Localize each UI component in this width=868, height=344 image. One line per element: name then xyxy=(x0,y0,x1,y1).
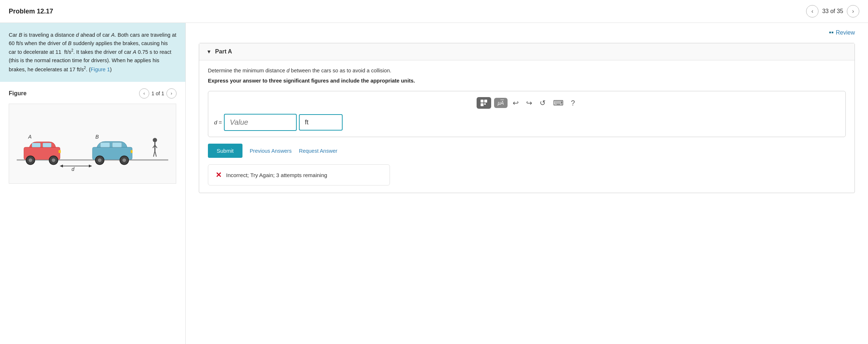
layout-button[interactable] xyxy=(477,97,491,109)
part-body: Determine the minimum distance d between… xyxy=(199,60,855,193)
svg-text:A: A xyxy=(28,134,32,140)
svg-rect-30 xyxy=(481,100,484,103)
svg-point-15 xyxy=(98,158,102,162)
error-text: Incorrect; Try Again; 3 attempts remaini… xyxy=(226,172,327,178)
svg-rect-4 xyxy=(43,143,51,147)
answer-box: μA ↩ ↪ ↺ ⌨ ? d = xyxy=(208,91,846,137)
svg-point-8 xyxy=(52,158,55,162)
svg-point-20 xyxy=(153,138,157,142)
figure-next-button[interactable]: › xyxy=(166,88,177,99)
svg-marker-27 xyxy=(60,164,63,167)
symbol-button[interactable]: μA xyxy=(494,98,508,108)
car-diagram-svg: A xyxy=(9,104,176,183)
svg-point-6 xyxy=(29,158,32,162)
problem-text: Car B is traveling a distance d ahead of… xyxy=(0,23,185,82)
part-description: Determine the minimum distance d between… xyxy=(208,68,846,73)
figure-link[interactable]: Figure 1 xyxy=(91,66,110,72)
svg-text:d: d xyxy=(72,166,75,172)
svg-rect-3 xyxy=(32,143,41,147)
part-instruction: Express your answer to three significant… xyxy=(208,78,846,84)
figure-title: Figure xyxy=(9,90,27,97)
help-button[interactable]: ? xyxy=(569,97,577,109)
navigation: ‹ 33 of 35 › xyxy=(806,5,859,17)
action-row: Submit Previous Answers Request Answer xyxy=(208,144,846,158)
previous-answers-link[interactable]: Previous Answers xyxy=(250,148,292,154)
review-area: ▪▪ Review xyxy=(186,23,868,39)
error-icon: ✕ xyxy=(216,171,222,179)
part-header: ▼ Part A xyxy=(199,43,855,60)
svg-marker-28 xyxy=(89,164,92,167)
next-problem-button[interactable]: › xyxy=(847,5,859,17)
svg-rect-18 xyxy=(131,150,133,153)
figure-count: 1 of 1 xyxy=(151,91,164,96)
figure-prev-button[interactable]: ‹ xyxy=(139,88,149,99)
main-layout: Car B is traveling a distance d ahead of… xyxy=(0,23,868,344)
figure-header: Figure ‹ 1 of 1 › xyxy=(9,88,177,99)
figure-image: A xyxy=(9,104,176,184)
page-header: Problem 12.17 ‹ 33 of 35 › xyxy=(0,0,868,23)
svg-rect-31 xyxy=(484,100,487,103)
left-panel: Car B is traveling a distance d ahead of… xyxy=(0,23,186,344)
submit-button[interactable]: Submit xyxy=(208,144,242,158)
answer-toolbar: μA ↩ ↪ ↺ ⌨ ? xyxy=(214,97,840,109)
answer-label: d = xyxy=(214,119,222,125)
unit-input[interactable] xyxy=(299,114,343,131)
svg-rect-13 xyxy=(113,143,122,147)
svg-text:B: B xyxy=(95,134,99,140)
undo-button[interactable]: ↩ xyxy=(510,97,521,109)
review-button[interactable]: ▪▪ Review xyxy=(829,29,855,36)
part-a-section: ▼ Part A Determine the minimum distance … xyxy=(199,43,855,193)
keyboard-button[interactable]: ⌨ xyxy=(551,97,566,109)
redo-button[interactable]: ↪ xyxy=(524,97,534,109)
request-answer-link[interactable]: Request Answer xyxy=(299,148,338,154)
problem-count: 33 of 35 xyxy=(822,8,843,15)
reset-button[interactable]: ↺ xyxy=(537,97,548,109)
svg-point-17 xyxy=(122,158,126,162)
error-message: ✕ Incorrect; Try Again; 3 attempts remai… xyxy=(208,164,390,185)
svg-rect-9 xyxy=(59,150,61,153)
answer-input-row: d = xyxy=(214,114,840,131)
svg-rect-33 xyxy=(484,103,486,105)
problem-title: Problem 12.17 xyxy=(9,8,53,15)
value-input[interactable] xyxy=(224,114,297,131)
svg-line-24 xyxy=(153,151,155,156)
figure-nav: ‹ 1 of 1 › xyxy=(139,88,177,99)
review-label: Review xyxy=(836,29,855,36)
prev-problem-button[interactable]: ‹ xyxy=(806,5,818,17)
collapse-button[interactable]: ▼ xyxy=(206,49,212,55)
grid-icon xyxy=(480,99,488,107)
review-icon: ▪▪ xyxy=(829,29,834,36)
part-title: Part A xyxy=(215,48,232,55)
svg-line-25 xyxy=(155,151,156,156)
figure-section: Figure ‹ 1 of 1 › xyxy=(0,82,185,184)
right-panel: ▪▪ Review ▼ Part A Determine the minimum… xyxy=(186,23,868,344)
svg-rect-32 xyxy=(481,103,484,106)
svg-rect-12 xyxy=(100,143,110,147)
